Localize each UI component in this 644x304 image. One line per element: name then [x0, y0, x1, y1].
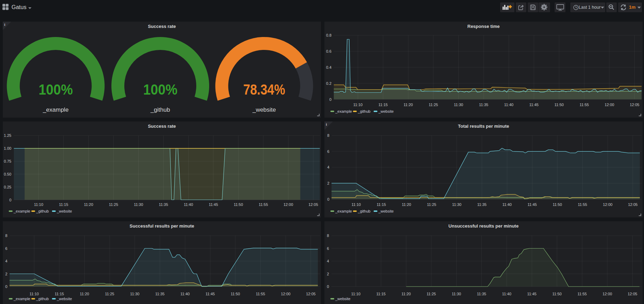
svg-text:11:45: 11:45: [528, 202, 537, 207]
svg-text:11:25: 11:25: [109, 202, 118, 207]
svg-text:0.2: 0.2: [326, 81, 331, 86]
svg-text:12:00: 12:00: [602, 292, 612, 296]
svg-text:_example: _example: [335, 109, 352, 113]
svg-text:0.4: 0.4: [326, 65, 331, 69]
svg-text:1.00: 1.00: [4, 146, 11, 150]
svg-text:_github: _github: [36, 297, 49, 301]
svg-text:11:25: 11:25: [105, 292, 115, 296]
svg-text:11:15: 11:15: [377, 202, 386, 207]
svg-text:4: 4: [5, 259, 7, 263]
svg-text:11:15: 11:15: [55, 292, 64, 296]
svg-text:11:50: 11:50: [553, 202, 562, 207]
svg-text:11:20: 11:20: [402, 292, 411, 296]
svg-text:_github: _github: [36, 209, 49, 213]
svg-text:11:45: 11:45: [209, 202, 218, 207]
svg-text:11:30: 11:30: [130, 292, 140, 296]
svg-text:_website: _website: [252, 106, 276, 113]
svg-text:11:40: 11:40: [181, 292, 190, 296]
svg-text:2: 2: [327, 272, 329, 276]
svg-text:11:40: 11:40: [184, 202, 193, 207]
svg-text:11:20: 11:20: [404, 103, 413, 107]
svg-text:11:45: 11:45: [529, 103, 539, 107]
svg-text:11:45: 11:45: [527, 292, 537, 296]
svg-text:_website: _website: [335, 297, 350, 301]
svg-text:11:10: 11:10: [352, 202, 361, 207]
svg-text:11:55: 11:55: [578, 292, 587, 296]
svg-text:11:10: 11:10: [351, 292, 361, 296]
svg-text:11:35: 11:35: [477, 292, 486, 296]
svg-text:8: 8: [5, 233, 7, 238]
svg-text:11:20: 11:20: [402, 202, 411, 207]
svg-text:11:55: 11:55: [580, 103, 589, 107]
svg-text:11:40: 11:40: [503, 202, 512, 207]
svg-text:1.25: 1.25: [4, 133, 11, 138]
svg-text:0: 0: [329, 97, 331, 102]
svg-text:12:05: 12:05: [306, 292, 316, 296]
svg-text:11:25: 11:25: [429, 103, 438, 107]
svg-text:11:30: 11:30: [454, 103, 463, 107]
svg-text:11:20: 11:20: [84, 202, 93, 207]
svg-text:6: 6: [327, 246, 329, 251]
svg-text:12:05: 12:05: [628, 292, 637, 296]
svg-text:6: 6: [5, 246, 7, 251]
svg-text:11:55: 11:55: [256, 292, 265, 296]
svg-text:100%: 100%: [39, 81, 73, 98]
svg-text:11:50: 11:50: [552, 292, 562, 296]
svg-text:78.34%: 78.34%: [243, 81, 285, 98]
svg-text:_example: _example: [43, 106, 69, 113]
svg-text:11:10: 11:10: [30, 292, 39, 296]
svg-text:12:00: 12:00: [281, 292, 291, 296]
svg-text:0.75: 0.75: [4, 159, 11, 163]
svg-text:12:05: 12:05: [630, 103, 639, 107]
svg-text:12:05: 12:05: [628, 202, 638, 207]
svg-text:11:15: 11:15: [379, 103, 388, 107]
svg-text:12:00: 12:00: [603, 202, 613, 207]
svg-text:11:25: 11:25: [427, 202, 437, 207]
svg-text:0.25: 0.25: [4, 185, 11, 189]
svg-text:11:10: 11:10: [353, 103, 363, 107]
svg-text:6: 6: [327, 149, 329, 154]
svg-text:11:55: 11:55: [578, 202, 587, 207]
svg-text:11:35: 11:35: [159, 202, 168, 207]
svg-text:11:15: 11:15: [376, 292, 386, 296]
svg-text:11:50: 11:50: [555, 103, 564, 107]
svg-text:11:30: 11:30: [452, 292, 461, 296]
svg-text:11:35: 11:35: [477, 202, 487, 207]
svg-text:8: 8: [327, 233, 329, 238]
svg-text:11:50: 11:50: [234, 202, 243, 207]
svg-text:_github: _github: [150, 106, 170, 113]
svg-text:4: 4: [327, 165, 329, 169]
svg-text:2: 2: [327, 181, 329, 185]
svg-text:11:40: 11:40: [502, 292, 512, 296]
svg-text:0.50: 0.50: [4, 172, 11, 176]
svg-text:0: 0: [5, 284, 7, 289]
svg-text:11:35: 11:35: [479, 103, 489, 107]
svg-text:_website: _website: [57, 209, 72, 213]
svg-text:0.6: 0.6: [326, 49, 331, 53]
svg-text:11:20: 11:20: [80, 292, 89, 296]
svg-text:_github: _github: [358, 109, 371, 113]
svg-text:11:50: 11:50: [231, 292, 240, 296]
svg-text:_website: _website: [378, 109, 394, 113]
svg-text:0: 0: [9, 198, 11, 202]
svg-text:0: 0: [327, 197, 329, 201]
svg-text:2: 2: [5, 272, 7, 276]
svg-text:11:30: 11:30: [134, 202, 143, 207]
svg-text:_website: _website: [378, 209, 394, 213]
svg-text:100%: 100%: [143, 81, 177, 98]
svg-text:11:10: 11:10: [34, 202, 43, 207]
svg-text:8: 8: [327, 133, 329, 138]
svg-text:_github: _github: [358, 209, 371, 213]
svg-text:11:35: 11:35: [155, 292, 165, 296]
svg-text:4: 4: [327, 259, 329, 263]
svg-text:_example: _example: [335, 209, 352, 213]
svg-text:0: 0: [327, 284, 329, 289]
svg-text:12:00: 12:00: [284, 202, 293, 207]
svg-text:_website: _website: [57, 297, 72, 301]
svg-text:0.8: 0.8: [326, 33, 331, 37]
svg-text:11:15: 11:15: [59, 202, 68, 207]
svg-text:11:25: 11:25: [427, 292, 436, 296]
svg-text:12:05: 12:05: [308, 202, 318, 207]
svg-text:11:40: 11:40: [504, 103, 514, 107]
svg-text:11:55: 11:55: [259, 202, 268, 207]
